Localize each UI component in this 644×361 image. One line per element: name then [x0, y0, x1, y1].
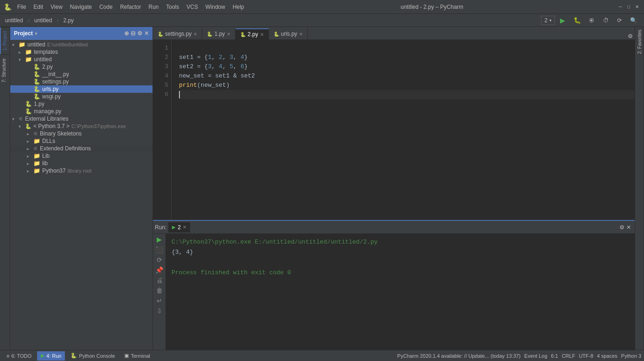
run-pin-button[interactable]: 📌	[155, 266, 163, 274]
run-close-icon[interactable]: ✕	[626, 224, 631, 231]
favorites-tab[interactable]: 2: Favorites	[636, 27, 643, 57]
tab-close-1py[interactable]: ✕	[227, 32, 230, 37]
tree-item-lib[interactable]: ▸ 📁 lib	[10, 160, 153, 167]
todo-icon: ≡	[6, 353, 9, 359]
tree-item-dlls[interactable]: ▸ 📁 DLLs	[10, 137, 153, 145]
menu-refactor[interactable]: Refactor	[117, 3, 144, 11]
window-title: untitled - 2.py – PyCharm	[247, 4, 617, 10]
run-play-button[interactable]: ▶	[157, 236, 162, 243]
tree-item-python37-root[interactable]: ▸ 📁 Python37 library root	[10, 167, 153, 174]
sidebar-tab-structure[interactable]: 7: Structure	[0, 54, 10, 86]
toolbar-row: untitled › untitled › 2.py 2 ▾ ▶ 🐛 ⛨ ⏱ ⟳…	[0, 14, 644, 27]
run-trash-button[interactable]: 🗑	[156, 287, 163, 294]
tab-close-urls[interactable]: ✕	[299, 32, 303, 37]
run-output-line-1: C:\Python37\python.exe E:/untitled/untit…	[172, 238, 629, 247]
tab-close-2py[interactable]: ✕	[260, 32, 264, 37]
tab-1py[interactable]: 🐍 1.py ✕	[202, 28, 236, 39]
py-icon-2py: 🐍	[33, 64, 40, 70]
debug-button[interactable]: 🐛	[570, 16, 584, 25]
tree-item-wsgi[interactable]: 🐍 wsgi.py	[10, 93, 153, 100]
tree-item-lib-cap[interactable]: ▸ 📁 Lib	[10, 152, 153, 160]
tree-item-untitled-folder[interactable]: ▾ 📁 untitled	[10, 56, 153, 63]
indent[interactable]: 4 spaces	[597, 353, 618, 359]
search-everywhere-button[interactable]: 🔍	[627, 16, 640, 25]
tab-urls-py[interactable]: 🐍 urls.py ✕	[269, 28, 308, 39]
tree-item-binary[interactable]: ▸ ⚟ Binary Skeletons	[10, 130, 153, 137]
profile-button[interactable]: ⏱	[600, 16, 612, 25]
tree-item-templates[interactable]: ▸ 📁 templates	[10, 48, 153, 56]
tab-2py[interactable]: 🐍 2.py ✕	[236, 28, 269, 39]
minimize-button[interactable]: ─	[617, 4, 624, 10]
tab-close-settings[interactable]: ✕	[193, 32, 197, 37]
breadcrumb-root[interactable]: untitled	[5, 17, 23, 24]
arrow-templates: ▸	[19, 50, 25, 55]
tree-item-root[interactable]: ▾ 📁 untitled E:\untitled\untitled	[10, 41, 153, 48]
new-file-icon[interactable]: ⊕	[124, 30, 129, 37]
tree-item-1py[interactable]: 🐍 1.py	[10, 100, 153, 108]
run-print-button[interactable]: 🖨	[156, 277, 163, 284]
breadcrumb-untitled[interactable]: untitled	[34, 17, 52, 24]
pycharm-update[interactable]: PyCharm 2020.1.4 available: // Update...…	[397, 353, 521, 359]
menu-window[interactable]: Window	[203, 3, 228, 11]
menu-run[interactable]: Run	[146, 3, 161, 11]
tree-item-2py[interactable]: 🐍 2.py	[10, 63, 153, 71]
run-tab-close[interactable]: ✕	[183, 225, 186, 230]
vcs-update-button[interactable]: ⟳	[614, 16, 625, 25]
menu-view[interactable]: View	[48, 3, 65, 11]
menu-navigate[interactable]: Navigate	[67, 3, 95, 11]
run-tab-label: 2	[178, 224, 181, 231]
tab-settings-py[interactable]: 🐍 settings.py ✕	[153, 28, 202, 39]
tree-item-ext-libs[interactable]: ▾ ⚟ External Libraries	[10, 115, 153, 122]
run-button[interactable]: ▶	[557, 16, 568, 25]
run-rerun-button[interactable]: ⟳	[157, 256, 162, 264]
menu-vcs[interactable]: VCS	[184, 3, 201, 11]
menu-help[interactable]: Help	[230, 3, 247, 11]
tree-item-ext-def[interactable]: ▸ ⚟ Extended Definitions	[10, 145, 153, 152]
breadcrumb: untitled › untitled › 2.py	[4, 14, 75, 27]
editor-and-run: 1 2 3 4 5 6 set1 = {1, 2, 3, 4} set2 = {…	[153, 40, 635, 350]
bottom-tab-terminal[interactable]: ▣ Terminal	[121, 351, 154, 361]
editor-settings-icon[interactable]: ⚙	[628, 33, 633, 39]
breadcrumb-file[interactable]: 2.py	[63, 17, 74, 24]
run-config-dropdown-icon: ▾	[549, 18, 552, 23]
project-dropdown-icon[interactable]: ▾	[35, 31, 37, 36]
run-config-selector[interactable]: 2 ▾	[541, 16, 555, 25]
run-left-strip: ▶ ⬛ ⟳ 📌 🖨 🗑 ↵ ⇩	[153, 234, 166, 350]
run-scroll-button[interactable]: ⇩	[157, 307, 162, 315]
tree-item-settings[interactable]: 🐍 settings.py	[10, 78, 153, 85]
code-content[interactable]: set1 = {1, 2, 3, 4} set2 = {3, 4, 5, 6} …	[172, 40, 635, 220]
coverage-button[interactable]: ⛨	[586, 16, 598, 25]
init-label: __init__.py	[42, 71, 69, 77]
cursor-position[interactable]: 6:1	[551, 353, 558, 359]
run-softrap-button[interactable]: ↵	[157, 297, 162, 304]
run-stop-button[interactable]: ⬛	[155, 246, 163, 253]
maximize-button[interactable]: □	[625, 4, 632, 10]
event-log[interactable]: Event Log	[524, 353, 548, 359]
menu-code[interactable]: Code	[96, 3, 115, 11]
tree-item-manage[interactable]: 🐍 manage.py	[10, 108, 153, 115]
collapse-all-icon[interactable]: ⊟	[131, 30, 135, 37]
menu-tools[interactable]: Tools	[163, 3, 182, 11]
settings-icon[interactable]: ⚙	[137, 30, 142, 37]
run-settings-icon[interactable]: ⚙	[619, 224, 625, 231]
ext-def-icon: ⚟	[33, 146, 38, 152]
run-tabs: Run: ▶ 2 ✕ ⚙ ✕	[153, 221, 635, 234]
tree-item-urls[interactable]: 🐍 urls.py	[10, 85, 153, 93]
menu-edit[interactable]: Edit	[31, 3, 46, 11]
menu-file[interactable]: File	[14, 3, 29, 11]
close-button[interactable]: ✕	[634, 4, 640, 10]
bottom-tab-python-console[interactable]: 🐍 Python Console	[67, 351, 119, 361]
line-ending[interactable]: CRLF	[562, 353, 575, 359]
close-panel-icon[interactable]: ✕	[144, 30, 149, 37]
tree-item-python37[interactable]: ▾ 🐍 < Python 3.7 > C:\Python37\python.ex…	[10, 122, 153, 130]
run-panel: Run: ▶ 2 ✕ ⚙ ✕ ▶	[153, 220, 635, 350]
bottom-tab-run[interactable]: ▶ 4: Run	[37, 351, 65, 361]
code-editor[interactable]: 1 2 3 4 5 6 set1 = {1, 2, 3, 4} set2 = {…	[153, 40, 635, 220]
tree-item-init[interactable]: 🐍 __init__.py	[10, 71, 153, 78]
language[interactable]: Python 3	[621, 353, 641, 359]
bottom-tab-todo[interactable]: ≡ 6: TODO	[3, 351, 35, 361]
sidebar-tab-project[interactable]: 1: Project	[0, 27, 10, 54]
run-tab-2[interactable]: ▶ 2 ✕	[168, 222, 190, 232]
encoding[interactable]: UTF-8	[579, 353, 593, 359]
arrow-lib-cap: ▸	[27, 154, 33, 159]
